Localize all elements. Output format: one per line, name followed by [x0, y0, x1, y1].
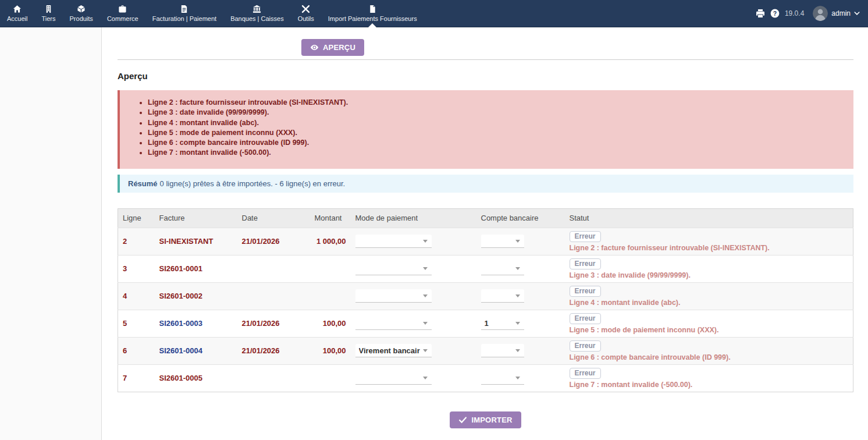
nav-item[interactable]: Tiers	[34, 0, 62, 27]
tools-icon	[301, 5, 310, 13]
cell-montant: 1 000,00	[310, 228, 351, 255]
nav-item[interactable]: Facturation | Paiement	[145, 0, 223, 27]
nav-item-label: Produits	[70, 15, 93, 22]
nav-item[interactable]: Banques | Caisses	[223, 0, 291, 27]
table-header: Ligne Facture Date Montant Mode de paiem…	[118, 208, 853, 228]
nav-item[interactable]: Import Paiements Fournisseurs	[321, 0, 424, 27]
cell-montant	[310, 364, 351, 392]
error-item: Ligne 5 : mode de paiement inconnu (XXX)…	[148, 128, 842, 138]
cell-compte-bancaire	[476, 337, 565, 364]
nav-item[interactable]: Produits	[63, 0, 100, 27]
select-caret-icon	[515, 240, 520, 243]
compte-bancaire-select[interactable]	[481, 344, 524, 357]
select-caret-icon	[423, 294, 428, 297]
error-item: Ligne 4 : montant invalide (abc).	[148, 118, 842, 128]
mode-paiement-select[interactable]	[355, 289, 432, 303]
compte-bancaire-value: 1	[485, 319, 489, 328]
error-list: Ligne 2 : facture fournisseur introuvabl…	[131, 98, 842, 158]
nav-item-label: Banques | Caisses	[230, 15, 284, 22]
import-button-label: IMPORTER	[471, 416, 512, 424]
nav-item[interactable]: Commerce	[100, 0, 145, 27]
compte-bancaire-select[interactable]: 1	[481, 317, 524, 330]
chevron-down-icon	[854, 10, 860, 16]
preview-button[interactable]: APERÇU	[301, 39, 364, 56]
avatar	[813, 6, 828, 21]
nav-item-label: Accueil	[7, 15, 27, 22]
status-badge: Erreur	[570, 340, 601, 352]
invoice-icon	[180, 5, 188, 13]
user-menu[interactable]: admin	[813, 6, 860, 21]
compte-bancaire-select[interactable]	[481, 235, 524, 248]
nav-item[interactable]: Outils	[291, 0, 321, 27]
home-icon	[13, 5, 22, 13]
status-message: Ligne 6 : compte bancaire introuvable (I…	[570, 353, 849, 361]
bank-icon	[252, 5, 261, 13]
cell-mode-paiement	[351, 364, 476, 392]
compte-bancaire-select[interactable]	[481, 289, 524, 303]
cell-facture: SI2601-0002	[155, 282, 237, 310]
nav-item-label: Tiers	[41, 15, 55, 22]
status-badge: Erreur	[570, 368, 601, 379]
error-box: Ligne 2 : facture fournisseur introuvabl…	[118, 90, 853, 169]
cell-compte-bancaire	[476, 364, 565, 392]
briefcase-icon	[118, 5, 127, 13]
eye-icon	[310, 43, 319, 52]
status-message: Ligne 4 : montant invalide (abc).	[570, 299, 849, 307]
mode-paiement-select[interactable]	[355, 262, 432, 275]
select-caret-icon	[423, 240, 428, 243]
table-row: 3 SI2601-0001	[118, 255, 853, 282]
select-caret-icon	[515, 267, 520, 270]
mode-paiement-value: Virement bancaire	[359, 346, 420, 355]
select-caret-icon	[423, 322, 428, 325]
check-icon	[458, 416, 467, 424]
error-item: Ligne 6 : compte bancaire introuvable (I…	[148, 138, 842, 148]
cell-statut: Erreur Ligne 4 : montant invalide (abc).	[565, 282, 853, 310]
facture-ref[interactable]: SI2601-0004	[159, 346, 202, 355]
top-navbar: Accueil Tiers Produits Commerce	[0, 0, 868, 27]
cell-compte-bancaire	[476, 255, 565, 282]
mode-paiement-select[interactable]	[355, 317, 432, 330]
import-button-row: IMPORTER	[118, 411, 853, 428]
nav-item-label: Facturation | Paiement	[152, 15, 216, 22]
mode-paiement-select[interactable]	[355, 235, 432, 248]
facture-ref: SI-INEXISTANT	[159, 237, 214, 246]
select-caret-icon	[423, 377, 428, 379]
mode-paiement-select[interactable]	[355, 371, 432, 385]
compte-bancaire-select[interactable]	[481, 371, 524, 385]
active-tab-caret	[368, 23, 376, 27]
cell-ligne: 5	[118, 310, 155, 337]
header-mode-paiement: Mode de paiement	[351, 208, 476, 228]
print-icon[interactable]	[756, 9, 765, 18]
facture-ref[interactable]: SI2601-0003	[159, 319, 202, 328]
cell-statut: Erreur Ligne 7 : montant invalide (-500.…	[565, 364, 853, 392]
header-compte-bancaire: Compte bancaire	[476, 208, 565, 228]
svg-text:?: ?	[773, 10, 777, 17]
cell-date	[237, 364, 310, 392]
cell-date	[237, 282, 310, 310]
cell-mode-paiement	[351, 310, 476, 337]
cell-mode-paiement	[351, 228, 476, 255]
header-statut: Statut	[565, 208, 853, 228]
header-facture: Facture	[155, 208, 237, 228]
cell-statut: Erreur Ligne 5 : mode de paiement inconn…	[565, 310, 853, 337]
help-icon[interactable]: ?	[770, 9, 780, 18]
status-badge: Erreur	[570, 231, 601, 242]
table-row: 2 SI-INEXISTANT 21/01/2026 1 000,00	[118, 228, 853, 255]
cell-ligne: 7	[118, 364, 155, 392]
page-title: Aperçu	[118, 71, 853, 81]
mode-paiement-select[interactable]: Virement bancaire	[355, 344, 432, 357]
compte-bancaire-select[interactable]	[481, 262, 524, 275]
preview-button-label: APERÇU	[323, 43, 355, 52]
select-caret-icon	[515, 294, 520, 297]
nav-item[interactable]: Accueil	[0, 0, 34, 27]
user-name: admin	[831, 9, 851, 17]
cell-compte-bancaire	[476, 282, 565, 310]
status-message: Ligne 2 : facture fournisseur introuvabl…	[570, 244, 849, 252]
cell-ligne: 4	[118, 282, 155, 310]
cell-facture: SI2601-0003	[155, 310, 237, 337]
cell-compte-bancaire	[476, 228, 565, 255]
results-table: Ligne Facture Date Montant Mode de paiem…	[118, 208, 853, 392]
import-button[interactable]: IMPORTER	[450, 411, 521, 428]
facture-ref: SI2601-0005	[159, 374, 202, 382]
building-icon	[44, 5, 53, 13]
